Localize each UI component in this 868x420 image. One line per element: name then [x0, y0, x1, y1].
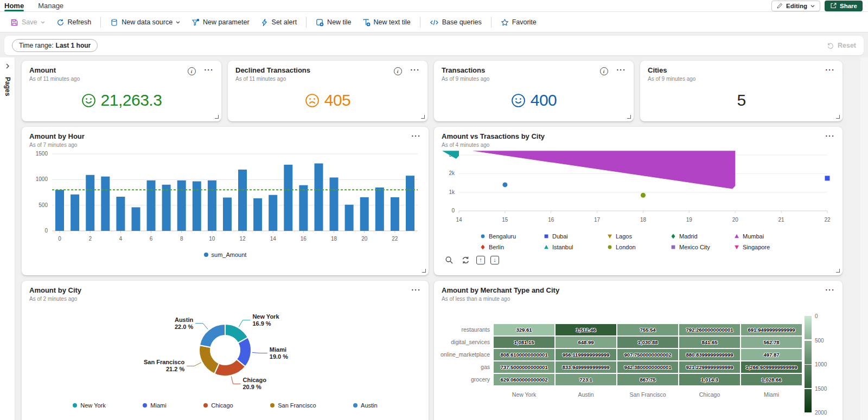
- editing-mode-button[interactable]: Editing: [771, 1, 820, 11]
- heatmap-cell[interactable]: 956.1199999999999: [556, 349, 616, 360]
- donut-chart-svg[interactable]: New York16.9 %Miami19.0 %Chicago20.9 %Sa…: [22, 303, 429, 400]
- legend-item[interactable]: Mexico City: [671, 244, 727, 250]
- heatmap-cell[interactable]: 921.2299999999999: [679, 361, 740, 373]
- favorite-button[interactable]: Favorite: [496, 16, 541, 29]
- share-button[interactable]: Share: [825, 1, 863, 11]
- legend-item[interactable]: San Francisco: [270, 402, 316, 409]
- donut-chart-canvas[interactable]: New York16.9 %Miami19.0 %Chicago20.9 %Sa…: [22, 303, 429, 400]
- heatmap-cell[interactable]: 1,028.66: [741, 374, 802, 385]
- info-icon[interactable]: i: [600, 67, 608, 75]
- reset-button[interactable]: Reset: [827, 42, 856, 49]
- resize-handle[interactable]: [627, 115, 631, 119]
- tile-amount: Amount As of 11 minutes ago i ··· 21,263…: [22, 61, 221, 121]
- move-down-icon[interactable]: ↓: [490, 256, 499, 264]
- heatmap-cell[interactable]: 833.9499999999999: [556, 361, 616, 373]
- bar: [116, 197, 125, 231]
- svg-text:20: 20: [732, 217, 739, 223]
- heatmap-cell[interactable]: 691.9499999999999: [741, 324, 802, 335]
- heatmap-cell[interactable]: 329.61: [494, 324, 554, 335]
- heatmap-cell[interactable]: 841.65: [679, 337, 740, 348]
- tile-declined-transactions: Declined Transactions As of 11 minutes a…: [228, 61, 427, 121]
- info-icon[interactable]: i: [188, 67, 196, 75]
- heatmap-cell[interactable]: 629.0600000000002: [494, 374, 554, 385]
- heatmap-cell[interactable]: 792.2600000000001: [679, 324, 740, 335]
- more-menu-icon[interactable]: ···: [412, 287, 422, 293]
- legend-item[interactable]: Berlin: [480, 244, 537, 250]
- legend-item[interactable]: Dubai: [544, 233, 601, 240]
- bar: [177, 180, 186, 231]
- legend-item[interactable]: Miami: [143, 402, 166, 409]
- heatmap-cell[interactable]: 723.1: [556, 374, 616, 385]
- more-menu-icon[interactable]: ···: [205, 67, 214, 73]
- heatmap-cell[interactable]: 737.5000000000001: [494, 361, 554, 373]
- base-queries-button[interactable]: Base queries: [425, 16, 487, 29]
- set-alert-label: Set alert: [272, 18, 297, 26]
- more-menu-icon[interactable]: ···: [411, 67, 420, 73]
- heatmap-cell[interactable]: 907.7500000000002: [617, 349, 678, 360]
- scatter-chart-canvas[interactable]: 01k2k3k141516171819202122: [434, 151, 843, 232]
- bar-chart-svg[interactable]: 0500100015000246810121416182022: [22, 150, 429, 250]
- legend-item[interactable]: Bengaluru: [480, 233, 537, 240]
- legend-item[interactable]: Istanbul: [544, 244, 601, 250]
- more-menu-icon[interactable]: ···: [617, 67, 627, 73]
- heatmap-cell[interactable]: 942.3800000000001: [617, 361, 678, 373]
- legend-item[interactable]: Madrid: [671, 233, 727, 240]
- info-icon[interactable]: i: [394, 67, 402, 75]
- scatter-chart-svg[interactable]: 01k2k3k141516171819202122: [434, 151, 843, 232]
- heatmap-cell[interactable]: 1,266.9099999999999: [741, 361, 802, 373]
- heatmap-cell[interactable]: 867.75: [617, 374, 678, 385]
- time-range-filter[interactable]: Time range: Last 1 hour: [12, 39, 98, 52]
- heatmap-cell[interactable]: 1,081.15: [494, 337, 554, 348]
- save-button[interactable]: Save: [5, 16, 50, 29]
- set-alert-button[interactable]: Set alert: [256, 16, 302, 29]
- tab-home[interactable]: Home: [4, 0, 24, 11]
- move-up-icon[interactable]: ↑: [476, 256, 485, 264]
- scrollbar-gutter[interactable]: [860, 57, 868, 420]
- refresh-button[interactable]: Refresh: [52, 16, 97, 29]
- resize-handle[interactable]: [422, 269, 426, 273]
- heatmap-cell[interactable]: 562.78: [741, 337, 802, 348]
- heatmap-cell[interactable]: 755.54: [617, 324, 678, 335]
- new-tile-button[interactable]: New tile: [311, 16, 356, 29]
- new-text-tile-button[interactable]: New text tile: [358, 16, 416, 29]
- legend-item[interactable]: New York: [73, 402, 105, 409]
- svg-text:1500: 1500: [36, 151, 48, 157]
- legend-item[interactable]: Mumbai: [734, 233, 791, 240]
- svg-text:1000: 1000: [36, 176, 48, 182]
- scatter-toolbar: ↑ ↓: [444, 255, 499, 266]
- heatmap-cell[interactable]: 880.8399999999999: [679, 349, 740, 360]
- legend-item[interactable]: London: [607, 244, 664, 250]
- legend-item[interactable]: Lagos: [607, 233, 664, 240]
- resize-handle[interactable]: [836, 269, 840, 273]
- svg-text:21: 21: [778, 217, 785, 223]
- more-menu-icon[interactable]: ···: [826, 67, 835, 73]
- new-data-source-button[interactable]: New data source: [105, 16, 186, 29]
- heatmap-cell[interactable]: 497.87: [741, 349, 802, 360]
- legend-item[interactable]: sum_Amount: [204, 251, 247, 258]
- legend-item[interactable]: Austin: [353, 402, 378, 409]
- legend-item[interactable]: Chicago: [203, 402, 233, 409]
- more-menu-icon[interactable]: ···: [826, 133, 835, 139]
- legend-item[interactable]: Singapore: [734, 244, 791, 250]
- tab-manage[interactable]: Manage: [38, 0, 63, 11]
- chevron-down-icon: [40, 20, 46, 25]
- editing-label: Editing: [786, 3, 807, 9]
- heatmap-cell[interactable]: 808.6100000000001: [494, 349, 554, 360]
- heatmap-cell[interactable]: 648.99: [556, 337, 616, 348]
- resize-handle[interactable]: [215, 115, 219, 119]
- resize-handle[interactable]: [421, 115, 425, 119]
- expand-pages-icon[interactable]: [0, 57, 15, 69]
- bar-chart-canvas[interactable]: 0500100015000246810121416182022: [22, 150, 429, 250]
- heatmap-canvas[interactable]: restaurants329.611,512.46755.54792.26000…: [434, 281, 843, 420]
- heatmap-cell[interactable]: 1,014.3: [679, 374, 740, 385]
- swap-axes-icon[interactable]: [460, 255, 471, 266]
- heatmap-cell[interactable]: 1,512.46: [556, 324, 616, 335]
- zoom-icon[interactable]: [444, 255, 455, 266]
- new-parameter-button[interactable]: New parameter: [187, 16, 254, 29]
- heatmap-cell[interactable]: 1,030.88: [617, 337, 678, 348]
- resize-handle[interactable]: [836, 115, 840, 119]
- more-menu-icon[interactable]: ···: [412, 133, 422, 139]
- donut-label: Miami: [270, 346, 286, 353]
- bar: [147, 180, 156, 231]
- chevron-down-icon: [810, 3, 815, 9]
